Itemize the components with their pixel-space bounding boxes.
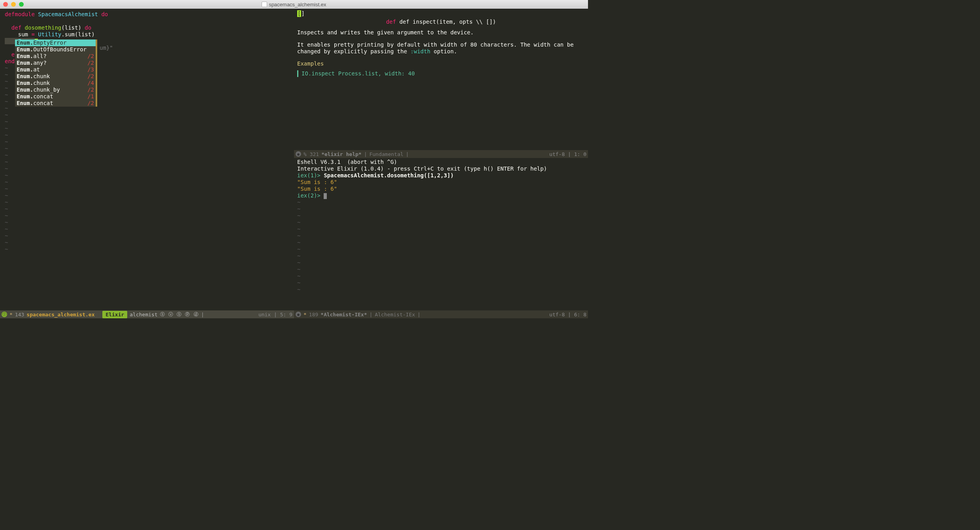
- doc-signature: def inspect(item, opts \\ []): [400, 19, 496, 25]
- window-titlebar: spacemacs_alchemist.ex: [0, 0, 588, 9]
- doc-paragraph: Inspects and writes the given argument t…: [297, 29, 585, 36]
- autocomplete-item[interactable]: Enum.chunk/4: [15, 80, 96, 86]
- doc-kw-def: def: [386, 19, 400, 25]
- autocomplete-item[interactable]: Enum.concat/1: [15, 93, 96, 100]
- autocomplete-item[interactable]: Enum.OutOfBoundsError: [15, 46, 96, 53]
- ml-position: utf-8 | 1: 0: [549, 151, 586, 157]
- autocomplete-popup[interactable]: Enum.EmptyErrorEnum.OutOfBoundsErrorEnum…: [15, 39, 97, 107]
- status-indicator-icon: ●: [296, 312, 301, 317]
- editor-modeline: Ⓘ * 143 spacemacs_alchemist.ex | Elixir …: [0, 310, 294, 318]
- ml-encoding: unix: [258, 312, 271, 318]
- ml-major-mode: Alchemist-IEx: [375, 312, 415, 318]
- autocomplete-item[interactable]: Enum.concat/2: [15, 100, 96, 107]
- autocomplete-item[interactable]: Enum.at/3: [15, 66, 96, 73]
- iex-repl-pane[interactable]: Eshell V6.3.1 (abort with ^G)Interactive…: [294, 158, 588, 310]
- ml-major-mode: Fundamental: [369, 151, 403, 157]
- ml-window-number: 189: [309, 312, 318, 318]
- doc-examples-heading: Examples: [297, 60, 585, 67]
- doc-example-code: IO.inspect Process.list, width: 40: [297, 70, 585, 77]
- help-cursor: [: [297, 10, 301, 17]
- modified-icon: *: [9, 312, 13, 318]
- autocomplete-item[interactable]: Enum.chunk_by/2: [15, 86, 96, 93]
- autocomplete-item[interactable]: Enum.any?/2: [15, 60, 96, 66]
- editor-pane[interactable]: defmodule SpacemacsAlchemist do def doso…: [0, 9, 294, 310]
- ml-position: utf-8 | 6: 8: [549, 312, 586, 318]
- autocomplete-item[interactable]: Enum.all?/2: [15, 53, 96, 60]
- autocomplete-item[interactable]: Enum.EmptyError: [15, 39, 96, 46]
- modified-icon: *: [303, 312, 307, 318]
- help-modeline: ● % 321 *elixir help* | Fundamental | ut…: [294, 150, 588, 158]
- window-title: spacemacs_alchemist.ex: [0, 2, 588, 8]
- autocomplete-item[interactable]: Enum.chunk/2: [15, 73, 96, 80]
- iex-modeline: ● * 189 *Alchemist-IEx* | Alchemist-IEx …: [294, 310, 588, 318]
- ml-minor-mode: alchemist: [130, 312, 157, 318]
- ml-buffer-name: spacemacs_alchemist.ex: [26, 312, 94, 318]
- ml-major-mode: Elixir: [102, 311, 127, 318]
- ml-position: 5: 9: [280, 312, 292, 318]
- document-icon: [262, 2, 267, 7]
- help-pane[interactable]: [] def def inspect(item, opts \\ []) Ins…: [294, 9, 588, 150]
- ml-percent: % 321: [303, 151, 319, 157]
- window-title-text: spacemacs_alchemist.ex: [269, 2, 326, 8]
- ml-buffer-name: *Alchemist-IEx*: [320, 312, 367, 318]
- ml-minor-badges: ⓢ ⓥ ⓢ ⓟ ⓓ: [160, 311, 199, 318]
- doc-paragraph: It enables pretty printing by default wi…: [297, 41, 585, 55]
- ml-buffer-name: *elixir help*: [321, 151, 362, 157]
- ml-window-number: 143: [15, 312, 24, 318]
- status-indicator-icon: ●: [296, 151, 301, 157]
- status-indicator-icon: Ⓘ: [2, 312, 7, 317]
